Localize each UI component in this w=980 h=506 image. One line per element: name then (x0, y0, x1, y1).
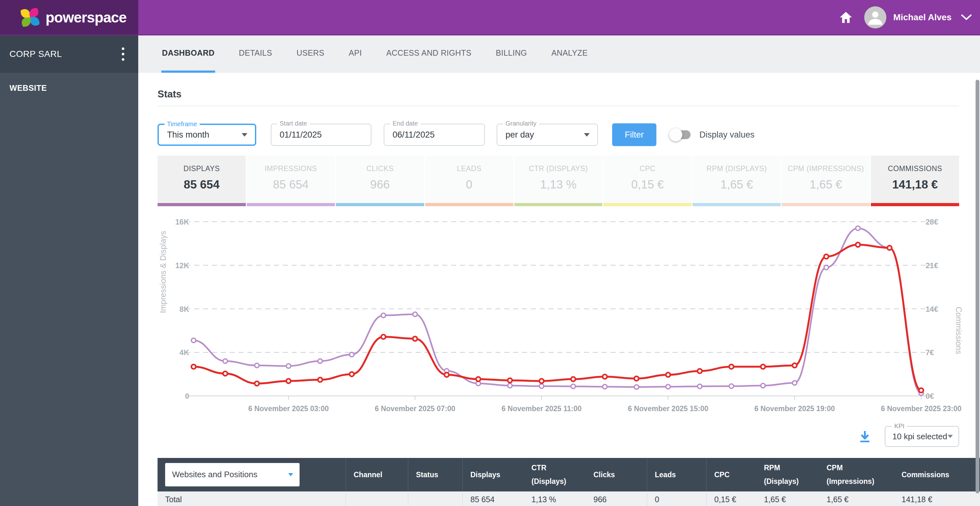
kpi-value: 966 (336, 178, 424, 191)
svg-text:4K: 4K (179, 348, 189, 357)
timeframe-value: This month (159, 130, 209, 140)
timeframe-label: Timeframe (164, 121, 200, 128)
svg-text:6 November 2025 19:00: 6 November 2025 19:00 (754, 404, 835, 413)
kpi-color-strip (514, 203, 603, 206)
right-axis-title: Commissions (955, 307, 963, 354)
tab-billing[interactable]: BILLING (495, 35, 528, 73)
kpi-card-displays[interactable]: DISPLAYS85 654 (158, 156, 246, 206)
svg-text:8K: 8K (179, 305, 189, 313)
row-cell: 966 (586, 492, 647, 506)
kpi-card-cpm-impressions[interactable]: CPM (IMPRESSIONS)1,65 € (782, 156, 870, 206)
kpi-value: 85 654 (158, 178, 246, 191)
kpi-select-value: 10 kpi selected (885, 432, 947, 441)
kpi-value: 0,15 € (603, 178, 692, 191)
download-icon[interactable] (858, 429, 872, 444)
kpi-label: COMMISSIONS (871, 164, 959, 173)
column-header-status: Status (408, 458, 463, 492)
toggle-knob (669, 128, 682, 142)
column-header-rpm-displays: RPM(Displays) (756, 458, 819, 492)
company-name: CORP SARL (10, 49, 120, 59)
left-axis-title: Impressions & Displays (159, 231, 167, 313)
timeframe-select[interactable]: Timeframe This month (158, 124, 256, 146)
kpi-card-impressions[interactable]: IMPRESSIONS85 654 (247, 156, 335, 206)
tab-api[interactable]: API (348, 35, 363, 73)
kpi-card-ctr-displays[interactable]: CTR (DISPLAYS)1,13 % (514, 156, 603, 206)
kpi-card-clicks[interactable]: CLICKS966 (336, 156, 424, 206)
sidebar-item-website[interactable]: WEBSITE (0, 73, 138, 93)
home-icon[interactable] (839, 10, 853, 24)
kpi-label: CTR (DISPLAYS) (514, 164, 603, 173)
dropdown-arrow-icon (948, 435, 953, 438)
granularity-select[interactable]: Granularity per day (496, 124, 598, 146)
stats-table: Websites and PositionsChannelStatusDispl… (158, 458, 980, 506)
kpi-value: 85 654 (247, 178, 335, 191)
start-date-field[interactable]: Start date 01/11/2025 (271, 124, 371, 146)
kpi-card-cpc[interactable]: CPC0,15 € (603, 156, 692, 206)
kpi-card-rpm-displays[interactable]: RPM (DISPLAYS)1,65 € (692, 156, 781, 206)
scrollbar-thumb[interactable] (975, 80, 979, 493)
svg-text:14€: 14€ (926, 305, 938, 313)
kpi-color-strip (247, 203, 335, 206)
tab-users[interactable]: USERS (296, 35, 325, 73)
row-cell: 0 (647, 492, 706, 506)
column-header-channel: Channel (346, 458, 408, 492)
kpi-color-strip (603, 203, 692, 206)
export-row: KPI 10 kpi selected (158, 423, 959, 450)
company-header[interactable]: CORP SARL (0, 35, 138, 73)
column-header-cpc: CPC (706, 458, 756, 492)
svg-text:6 November 2025 03:00: 6 November 2025 03:00 (248, 404, 329, 413)
brand-name: powerspace (46, 9, 127, 26)
tab-bar: DASHBOARDDETAILSUSERSAPIACCESS AND RIGHT… (138, 35, 980, 73)
kpi-value: 1,65 € (782, 178, 870, 191)
divider (158, 106, 959, 106)
tab-access-and-rights[interactable]: ACCESS AND RIGHTS (386, 35, 472, 73)
row-cell: 1,13 % (524, 492, 586, 506)
svg-text:6 November 2025 23:00: 6 November 2025 23:00 (881, 404, 961, 413)
avatar[interactable] (864, 6, 886, 29)
svg-text:7€: 7€ (926, 348, 934, 357)
filter-button[interactable]: Filter (612, 123, 656, 146)
kpi-row: DISPLAYS85 654IMPRESSIONS85 654CLICKS966… (158, 156, 959, 206)
top-bar: powerspace Michael Alves (0, 0, 980, 35)
end-date-label: End date (390, 120, 420, 127)
kpi-color-strip (692, 203, 781, 206)
tab-analyze[interactable]: ANALYZE (551, 35, 589, 73)
row-cell: 85 654 (463, 492, 524, 506)
table-selector-cell: Websites and Positions (158, 458, 346, 492)
end-date-field[interactable]: End date 06/11/2025 (384, 124, 485, 146)
svg-text:6 November 2025 11:00: 6 November 2025 11:00 (501, 404, 581, 413)
sidebar: CORP SARL WEBSITE (0, 35, 138, 506)
start-date-value: 01/11/2025 (271, 130, 322, 140)
websites-positions-select[interactable]: Websites and Positions (165, 463, 299, 486)
kpi-color-strip (782, 203, 870, 206)
kpi-label: CPM (IMPRESSIONS) (782, 164, 870, 173)
kpi-select-label: KPI (892, 423, 907, 430)
kpi-select[interactable]: KPI 10 kpi selected (885, 426, 959, 447)
kpi-label: CLICKS (336, 164, 424, 173)
kpi-card-commissions[interactable]: COMMISSIONS141,18 € (871, 156, 959, 206)
row-cell (408, 492, 463, 506)
svg-text:12K: 12K (175, 261, 189, 270)
logo[interactable]: powerspace (0, 0, 138, 35)
kebab-menu-icon[interactable] (120, 46, 127, 63)
display-values-toggle[interactable] (671, 130, 690, 139)
table-row[interactable]: Total85 6541,13 %96600,15 €1,65 €1,65 €1… (158, 492, 980, 506)
kpi-label: CPC (603, 164, 692, 173)
tab-details[interactable]: DETAILS (238, 35, 273, 73)
row-cell (346, 492, 408, 506)
user-name[interactable]: Michael Alves (893, 12, 951, 22)
kpi-color-strip (871, 203, 959, 206)
column-header-leads: Leads (647, 458, 706, 492)
kpi-label: RPM (DISPLAYS) (692, 164, 781, 173)
tab-dashboard[interactable]: DASHBOARD (161, 35, 215, 73)
chevron-down-icon[interactable] (961, 14, 972, 21)
column-header-clicks: Clicks (586, 458, 647, 492)
stats-chart: 04K8K12K16K0€7€14€21€28€6 November 2025 … (158, 209, 959, 414)
end-date-value: 06/11/2025 (384, 130, 434, 140)
svg-text:16K: 16K (175, 218, 189, 226)
page-title: Stats (158, 73, 959, 100)
column-header-commissions: Commissions (894, 458, 980, 492)
kpi-card-leads[interactable]: LEADS0 (425, 156, 514, 206)
svg-text:0: 0 (185, 392, 189, 400)
row-cell: 1,65 € (819, 492, 894, 506)
